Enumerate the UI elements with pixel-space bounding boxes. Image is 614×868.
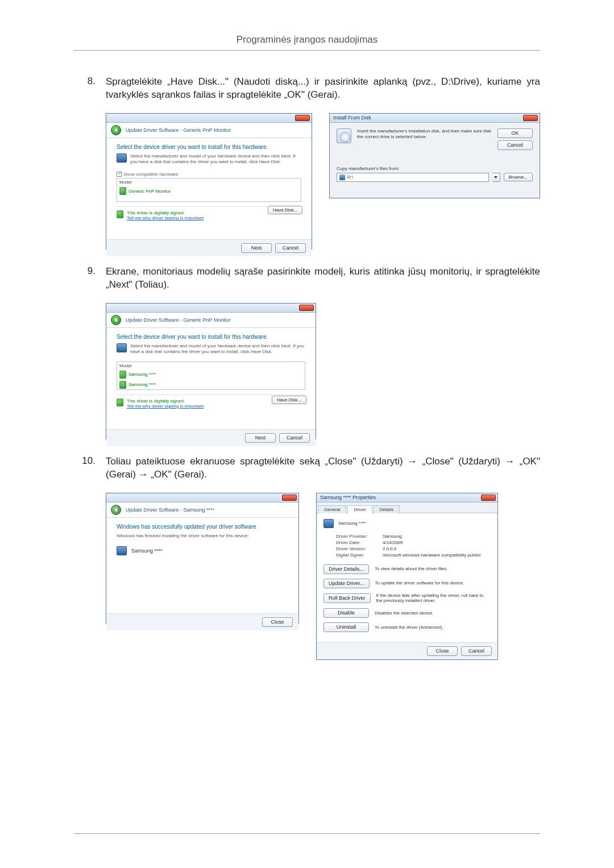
header-rule <box>74 50 540 51</box>
model-name: Samsung **** <box>128 382 156 387</box>
install-from-disk-dialog: Install From Disk Insert the manufacture… <box>329 113 540 198</box>
show-compatible-label: Show compatible hardware <box>123 172 179 177</box>
close-icon[interactable] <box>299 305 314 311</box>
next-button[interactable]: Next <box>245 433 276 443</box>
back-icon[interactable] <box>111 125 121 135</box>
close-button[interactable]: Close <box>262 617 293 627</box>
monitor-icon <box>323 519 334 528</box>
driver-signing-link[interactable]: Tell me why driver signing is important <box>127 215 204 221</box>
wizard-breadcrumb: Update Driver Software - Generic PnP Mon… <box>126 127 231 133</box>
driver-details-button[interactable]: Driver Details... <box>323 564 369 574</box>
device-name: Samsung **** <box>338 521 366 526</box>
update-driver-button[interactable]: Update Driver... <box>323 579 370 588</box>
model-column-label: Model <box>117 362 305 369</box>
disk-icon <box>337 128 351 143</box>
wizard-breadcrumb: Update Driver Software - Generic PnP Mon… <box>126 317 231 323</box>
step-9-number: 9. <box>74 265 106 277</box>
page-header: Programinės įrangos naudojimas <box>74 34 540 45</box>
monitor-icon <box>119 381 126 389</box>
cancel-button[interactable]: Cancel <box>497 140 533 150</box>
path-value: D:\ <box>347 175 353 180</box>
shield-icon <box>117 398 123 406</box>
update-driver-desc: To update the driver software for this d… <box>375 580 491 586</box>
version-label: Driver Version: <box>336 546 383 551</box>
titlebar <box>106 114 312 123</box>
model-list-item[interactable]: Samsung **** <box>117 369 305 380</box>
have-disk-button[interactable]: Have Disk... <box>268 206 302 214</box>
cancel-button[interactable]: Cancel <box>461 646 492 656</box>
tab-driver[interactable]: Driver <box>347 505 372 513</box>
date-label: Driver Date: <box>336 540 383 545</box>
step-8-text: Spragtelėkite „Have Disk..." (Naudoti di… <box>106 76 540 102</box>
footer-rule <box>74 833 540 834</box>
wizard-heading: Windows has successfully updated your dr… <box>117 524 288 530</box>
monitor-icon <box>119 371 126 379</box>
close-icon[interactable] <box>282 495 297 501</box>
installed-model: Samsung **** <box>131 548 163 554</box>
path-input[interactable]: D:\ <box>337 173 489 182</box>
wizard-subtext: Select the manufacturer and model of you… <box>130 153 301 165</box>
next-button[interactable]: Next <box>241 243 272 253</box>
back-icon <box>111 505 121 515</box>
monitor-icon <box>117 343 127 352</box>
model-column-label: Model <box>117 178 301 186</box>
tab-details[interactable]: Details <box>374 505 400 513</box>
driver-signing-link[interactable]: Tell me why driver signing is important <box>127 404 204 409</box>
browse-button[interactable]: Browse... <box>504 173 533 181</box>
disable-desc: Disables the selected device. <box>375 610 491 616</box>
install-from-disk-text: Insert the manufacturer's installation d… <box>357 128 492 140</box>
cancel-button[interactable]: Cancel <box>275 243 306 253</box>
close-icon[interactable] <box>295 115 310 121</box>
close-button[interactable]: Close <box>427 646 458 656</box>
update-driver-wizard-success: Update Driver Software - Samsung **** Wi… <box>106 493 299 624</box>
model-list-item[interactable]: Generic PnP Monitor <box>117 186 301 196</box>
have-disk-button[interactable]: Have Disk... <box>272 396 306 404</box>
wizard-subtext: Windows has finished installing the driv… <box>117 533 288 538</box>
provider-label: Driver Provider: <box>336 534 383 539</box>
dialog-title: Samsung **** Properties <box>320 495 376 500</box>
date-value: 4/14/2005 <box>383 540 403 545</box>
monitor-properties-dialog: Samsung **** Properties General Driver D… <box>316 493 498 660</box>
ok-button[interactable]: OK <box>497 128 533 138</box>
uninstall-desc: To uninstall the driver (Advanced). <box>375 625 491 630</box>
signer-label: Digital Signer: <box>336 553 383 558</box>
wizard-breadcrumb: Update Driver Software - Samsung **** <box>126 507 214 513</box>
step-8-number: 8. <box>74 76 106 87</box>
titlebar <box>106 493 298 502</box>
shield-icon <box>117 210 123 218</box>
rollback-driver-button[interactable]: Roll Back Driver <box>323 593 371 603</box>
path-dropdown[interactable] <box>492 173 500 182</box>
cancel-button[interactable]: Cancel <box>279 433 310 443</box>
wizard-subtext: Select the manufacturer and model of you… <box>130 343 305 355</box>
step-10-number: 10. <box>74 455 106 467</box>
back-icon[interactable] <box>111 315 121 325</box>
disable-button[interactable]: Disable <box>323 608 369 618</box>
step-9-text: Ekrane, monitoriaus modelių sąraše pasir… <box>106 265 540 292</box>
titlebar <box>106 304 316 313</box>
step-10-text: Toliau pateiktuose ekranuose spragtelėki… <box>106 455 540 481</box>
model-list-item[interactable]: Samsung **** <box>117 380 305 390</box>
monitor-icon <box>119 187 126 195</box>
wizard-heading: Select the device driver you want to ins… <box>117 144 301 150</box>
show-compatible-checkbox[interactable] <box>117 172 122 177</box>
rollback-driver-desc: If the device fails after updating the d… <box>376 593 491 604</box>
copy-from-label: Copy manufacturer's files from: <box>337 166 533 171</box>
monitor-icon <box>117 153 127 163</box>
wizard-heading: Select the device driver you want to ins… <box>117 334 305 340</box>
drive-icon <box>339 175 345 180</box>
dialog-title: Install From Disk <box>333 115 371 121</box>
monitor-icon <box>117 546 127 555</box>
close-icon[interactable] <box>523 115 538 121</box>
driver-details-desc: To view details about the driver files. <box>375 566 491 572</box>
provider-value: Samsung <box>383 534 402 539</box>
uninstall-button[interactable]: Uninstall <box>323 622 369 632</box>
tab-general[interactable]: General <box>318 505 346 513</box>
driver-signed-text: This driver is digitally signed. <box>127 210 204 215</box>
driver-signed-text: This driver is digitally signed. <box>127 398 204 404</box>
update-driver-wizard-havedisk: Update Driver Software - Generic PnP Mon… <box>106 113 312 250</box>
close-icon[interactable] <box>481 495 496 501</box>
signer-value: microsoft windows hardware compatibility… <box>383 553 480 558</box>
update-driver-wizard-model-select: Update Driver Software - Generic PnP Mon… <box>106 303 316 439</box>
model-name: Samsung **** <box>128 372 156 377</box>
version-value: 2.0.0.0 <box>383 546 396 551</box>
